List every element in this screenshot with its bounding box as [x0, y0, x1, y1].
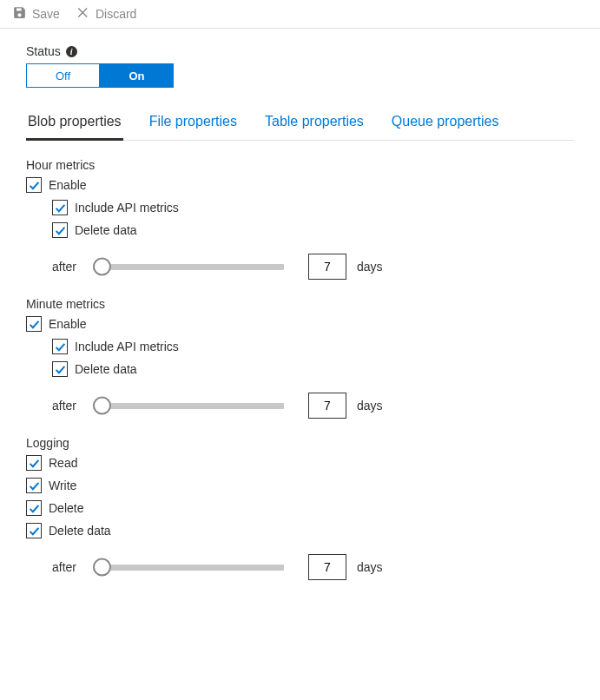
content: Status i Off On Blob properties File pro… [0, 29, 600, 613]
status-on-button[interactable]: On [100, 63, 174, 88]
checkbox-label: Delete [49, 501, 83, 515]
tab-table-properties[interactable]: Table properties [263, 109, 366, 141]
checkbox-label: Write [49, 479, 76, 492]
section-logging: Logging Read Write Delete Delete data af… [26, 436, 574, 580]
section-title: Logging [26, 436, 574, 450]
slider-hour-days[interactable] [93, 258, 284, 275]
section-title: Hour metrics [26, 158, 574, 172]
checkbox-label: Delete data [75, 223, 137, 237]
slider-thumb[interactable] [93, 397, 111, 415]
status-row: Status i [26, 44, 574, 58]
slider-logging-days[interactable] [93, 558, 284, 576]
checkbox-label: Include API metrics [75, 201, 179, 215]
checkbox-logging-write[interactable] [26, 478, 42, 493]
checkbox-label: Enable [49, 317, 87, 331]
checkbox-minute-api[interactable] [52, 339, 68, 354]
checkbox-label: Delete data [75, 362, 137, 376]
save-icon [12, 5, 27, 23]
status-label: Status [26, 44, 61, 58]
checkbox-label: Include API metrics [75, 340, 179, 353]
days-label: days [357, 399, 383, 413]
status-off-button[interactable]: Off [26, 63, 100, 88]
input-logging-days[interactable] [308, 554, 346, 580]
section-minute-metrics: Minute metrics Enable Include API metric… [26, 297, 574, 419]
discard-button[interactable]: Discard [76, 5, 136, 23]
input-minute-days[interactable] [308, 393, 346, 419]
tab-queue-properties[interactable]: Queue properties [390, 109, 501, 141]
save-button[interactable]: Save [12, 5, 60, 23]
section-hour-metrics: Hour metrics Enable Include API metrics … [26, 158, 574, 280]
checkbox-label: Enable [49, 178, 87, 192]
checkbox-logging-read[interactable] [26, 455, 42, 471]
checkbox-hour-enable[interactable] [26, 177, 42, 193]
close-icon [76, 5, 90, 23]
checkbox-hour-api[interactable] [52, 200, 68, 215]
discard-label: Discard [96, 7, 136, 21]
toolbar: Save Discard [0, 0, 600, 29]
checkbox-label: Delete data [49, 524, 111, 538]
status-toggle: Off On [26, 63, 574, 88]
slider-thumb[interactable] [93, 558, 111, 577]
slider-track [93, 565, 284, 571]
section-title: Minute metrics [26, 297, 574, 311]
days-label: days [357, 560, 383, 574]
checkbox-minute-delete-data[interactable] [52, 361, 68, 377]
info-icon[interactable]: i [66, 46, 77, 57]
checkbox-logging-delete-data[interactable] [26, 523, 42, 538]
checkbox-hour-delete-data[interactable] [52, 222, 68, 238]
slider-thumb[interactable] [93, 258, 111, 276]
slider-after-label: after [52, 399, 82, 413]
slider-after-label: after [52, 260, 82, 274]
tab-blob-properties[interactable]: Blob properties [26, 109, 123, 141]
checkbox-label: Read [49, 456, 77, 470]
slider-after-label: after [52, 560, 82, 574]
checkbox-minute-enable[interactable] [26, 316, 42, 332]
slider-minute-days[interactable] [93, 397, 284, 414]
tab-file-properties[interactable]: File properties [148, 109, 239, 141]
checkbox-logging-delete[interactable] [26, 500, 42, 516]
slider-track [93, 264, 284, 270]
days-label: days [357, 260, 383, 274]
slider-track [93, 403, 284, 409]
tabs: Blob properties File properties Table pr… [26, 109, 574, 141]
input-hour-days[interactable] [308, 254, 346, 280]
save-label: Save [32, 7, 60, 21]
